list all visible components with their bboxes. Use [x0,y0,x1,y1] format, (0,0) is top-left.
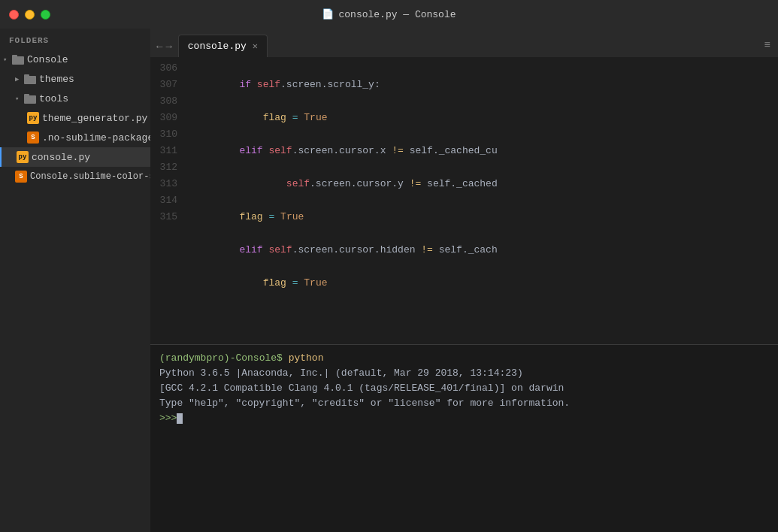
terminal-cursor [177,413,183,424]
editor-area: ← → console.py ✕ ≡ 306 307 308 309 310 3… [150,29,778,532]
sublime-icon: S [27,131,39,144]
sidebar-item-label: Console [27,54,68,65]
code-line-311: elif self.screen.cursor.hidden != self._… [192,242,778,258]
arrow-icon: ▾ [3,56,11,64]
arrow-icon: ▾ [15,95,23,103]
sidebar-item-label: theme_generator.py [42,113,147,124]
code-line-308: elif self.screen.cursor.x != self._cache… [192,143,778,159]
code-scroll-area[interactable]: 306 307 308 309 310 311 312 313 314 315 … [150,57,778,344]
nav-back-button[interactable]: ← [156,41,162,53]
sidebar-header: FOLDERS [0,29,150,50]
tab-more-button[interactable]: ≡ [764,39,770,51]
main-area: FOLDERS ▾ Console ▶ themes [0,29,778,532]
folder-icon [24,93,36,104]
svg-rect-5 [24,94,29,97]
sidebar-item-console-scheme[interactable]: S Console.sublime-color-scheme [0,167,150,186]
sidebar-item-tools[interactable]: ▾ tools [0,89,150,108]
code-line-313 [192,308,778,325]
python-icon: py [27,112,39,124]
tab-bar: ← → console.py ✕ ≡ [150,29,778,57]
line-numbers: 306 307 308 309 310 311 312 313 314 315 [150,57,186,344]
code-line-306: if self.screen.scroll_y: [192,77,778,93]
sidebar-item-label: .no-sublime-package [42,132,150,144]
terminal[interactable]: (randymbpro)-Console$ python Python 3.6.… [150,344,778,532]
minimize-button[interactable] [25,10,35,20]
sidebar-item-label: console.py [32,152,90,163]
sidebar-item-no-sublime[interactable]: S .no-sublime-package [0,128,150,147]
folder-icon [12,54,24,65]
python-icon: py [17,151,29,163]
sidebar-item-label: tools [39,93,68,104]
titlebar: 📄 console.py — Console [0,0,778,29]
code-line-312: flag = True [192,275,778,292]
code-content: if self.screen.scroll_y: flag = True eli… [186,57,778,344]
arrow-icon: ▶ [15,75,23,83]
close-button[interactable] [9,10,19,20]
term-prompt-dir: -Console$ [230,352,283,364]
tab-nav[interactable]: ← → [156,41,172,57]
sidebar-item-label: themes [39,74,74,85]
sublime-icon: S [15,171,27,183]
nav-forward-button[interactable]: → [165,41,171,53]
code-line-309: self.screen.cursor.y != self._cached [192,176,778,192]
sidebar-item-console-py[interactable]: py console.py [0,147,150,167]
terminal-repl-line: >>> [159,411,769,426]
tab-label: console.py [188,41,247,52]
term-prompt-user: (randymbpro) [159,352,230,364]
sidebar-item-console[interactable]: ▾ Console [0,50,150,69]
terminal-line2: [GCC 4.2.1 Compatible Clang 4.0.1 (tags/… [159,381,769,396]
term-command: python [289,352,324,364]
sidebar-tree: ▾ Console ▶ themes ▾ [0,50,150,532]
sidebar: FOLDERS ▾ Console ▶ themes [0,29,150,532]
file-icon: 📄 [322,8,334,20]
tab-close-button[interactable]: ✕ [253,41,258,52]
code-line-307: flag = True [192,110,778,126]
sidebar-item-label: Console.sublime-color-scheme [30,171,150,182]
window-title: 📄 console.py — Console [322,8,456,20]
term-repl-prompt: >>> [159,413,177,424]
maximize-button[interactable] [41,10,50,20]
code-line-310: flag = True [192,209,778,225]
tab-console-py[interactable]: console.py ✕ [178,35,268,57]
sidebar-item-theme-generator[interactable]: py theme_generator.py [0,108,150,128]
code-editor: 306 307 308 309 310 311 312 313 314 315 … [150,57,778,344]
folder-icon [24,74,36,84]
terminal-line3: Type "help", "copyright", "credits" or "… [159,396,769,411]
terminal-line1: Python 3.6.5 |Anaconda, Inc.| (default, … [159,366,769,381]
terminal-prompt-line: (randymbpro)-Console$ python [159,351,769,366]
svg-rect-3 [24,74,29,77]
traffic-lights [9,10,50,20]
sidebar-item-themes[interactable]: ▶ themes [0,69,150,89]
svg-rect-1 [12,55,17,58]
